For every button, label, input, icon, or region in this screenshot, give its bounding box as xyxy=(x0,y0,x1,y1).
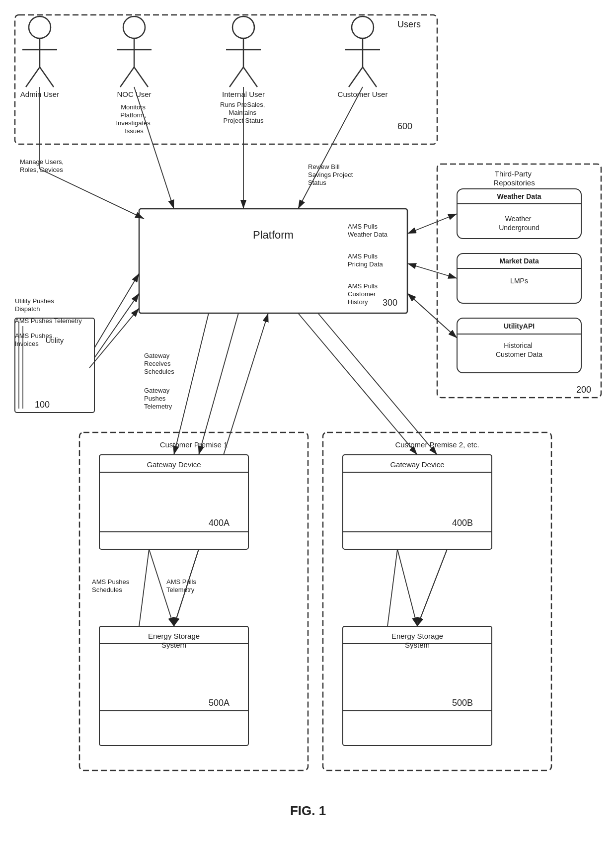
svg-line-61 xyxy=(224,313,268,455)
noc-desc: Monitors Platform, Investigates Issues xyxy=(116,103,153,135)
ams-pricing-label: AMS Pulls Pricing Data xyxy=(348,253,384,268)
gateway-device-b-label: Gateway Device xyxy=(390,460,444,469)
energy-storage-a-label: Energy Storage xyxy=(148,632,200,640)
svg-line-55 xyxy=(407,293,457,338)
customer-user-label: Customer User xyxy=(338,90,388,98)
svg-line-11 xyxy=(120,67,134,87)
svg-line-68 xyxy=(387,549,397,626)
svg-line-56 xyxy=(94,273,139,348)
svg-line-64 xyxy=(139,549,149,626)
internal-user-icon xyxy=(226,16,261,87)
svg-line-59 xyxy=(174,313,209,455)
noc-user-label: NOC User xyxy=(117,90,151,98)
customer-premise2-label: Customer Premise 2, etc. xyxy=(395,440,479,449)
users-number: 600 xyxy=(397,121,412,131)
ams-weather-label: AMS Pulls Weather Data xyxy=(348,223,388,238)
customer-user-icon xyxy=(345,16,380,87)
customer-arrow-label: Review Bill Savings Project Status xyxy=(308,163,355,186)
noc-user-icon xyxy=(117,16,152,87)
svg-line-49 xyxy=(40,169,144,219)
fig-label: FIG. 1 xyxy=(290,803,326,818)
ams-telemetry-label: AMS Pushes Telemetry xyxy=(15,317,82,325)
svg-line-6 xyxy=(26,67,40,87)
platform-label: Platform xyxy=(253,229,294,241)
admin-arrow-label: Manage Users, Roles, Devices xyxy=(20,158,66,173)
svg-line-53 xyxy=(407,214,457,234)
utility-dispatch-label: Utility Pushes Dispatch xyxy=(15,297,56,313)
svg-line-16 xyxy=(230,67,243,87)
energy-storage-b-label2: System xyxy=(405,641,430,649)
svg-rect-2 xyxy=(15,15,437,144)
users-label: Users xyxy=(397,19,421,29)
gateway-telemetry-label: Gateway Pushes Telemetry xyxy=(144,387,172,410)
gateway-device-b-number: 400B xyxy=(452,518,473,528)
svg-line-52 xyxy=(298,87,363,209)
market-data-body: LMPs xyxy=(510,277,528,285)
svg-rect-39 xyxy=(343,455,492,549)
admin-user-icon xyxy=(22,16,57,87)
energy-storage-a-label2: System xyxy=(161,641,186,649)
weather-data-body: Weather Underground xyxy=(499,215,539,232)
svg-line-57 xyxy=(94,293,139,358)
energy-storage-b-number: 500B xyxy=(452,698,473,708)
svg-line-7 xyxy=(40,67,54,87)
ams-schedules-label: AMS Pushes Schedules xyxy=(92,578,131,593)
svg-line-58 xyxy=(89,308,139,368)
platform-number: 300 xyxy=(383,298,397,308)
svg-line-17 xyxy=(243,67,257,87)
gateway-device-a-number: 400A xyxy=(209,518,230,528)
svg-line-54 xyxy=(407,263,457,278)
svg-line-62 xyxy=(298,313,417,455)
svg-rect-36 xyxy=(99,455,248,549)
svg-point-3 xyxy=(29,16,51,38)
svg-point-8 xyxy=(123,16,145,38)
svg-line-12 xyxy=(134,67,148,87)
ams-pulls-telemetry-label: AMS Pulls Telemetry xyxy=(166,578,198,593)
utilityapi-body: Historical Customer Data xyxy=(496,341,542,358)
svg-line-63 xyxy=(318,313,437,455)
utility-number: 100 xyxy=(35,400,50,410)
svg-line-70 xyxy=(397,549,417,626)
utilityapi-header: UtilityAPI xyxy=(504,322,535,330)
third-party-label: Third-Party Repositories xyxy=(493,169,535,187)
market-data-header: Market Data xyxy=(499,257,539,265)
energy-storage-b-label: Energy Storage xyxy=(391,632,443,640)
ams-history-label: AMS Pulls Customer History xyxy=(348,282,380,306)
gateway-schedules-label: Gateway Receives Schedules xyxy=(144,352,174,375)
svg-line-60 xyxy=(199,313,238,455)
svg-point-13 xyxy=(232,16,254,38)
svg-rect-35 xyxy=(323,432,551,770)
svg-rect-34 xyxy=(79,432,308,770)
svg-line-50 xyxy=(134,87,174,209)
customer-premise1-label: Customer Premise 1 xyxy=(160,440,228,449)
svg-line-22 xyxy=(363,67,377,87)
diagram-container: Users Admin User NOC User Inte xyxy=(0,0,616,820)
svg-line-21 xyxy=(349,67,363,87)
svg-point-18 xyxy=(352,16,374,38)
weather-data-header: Weather Data xyxy=(497,192,541,200)
gateway-device-a-label: Gateway Device xyxy=(147,460,201,469)
third-party-number: 200 xyxy=(576,385,591,395)
svg-line-71 xyxy=(417,549,447,626)
energy-storage-a-number: 500A xyxy=(209,698,230,708)
